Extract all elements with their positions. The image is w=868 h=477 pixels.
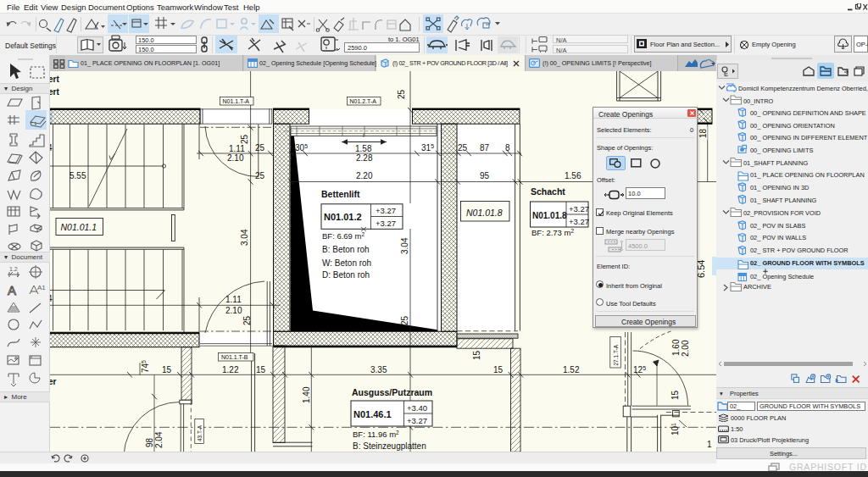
svg-text:2.10: 2.10 (227, 153, 244, 163)
svg-text:02_ GROUND FLOOR WITH SYMBOLS: 02_ GROUND FLOOR WITH SYMBOLS (750, 259, 865, 267)
svg-text:1.58: 1.58 (355, 144, 372, 153)
svg-text:2.20: 2.20 (356, 171, 373, 180)
svg-text:4: 4 (50, 143, 53, 153)
svg-text:A: A (8, 283, 16, 297)
svg-text:01_ SHAFT PLANNING: 01_ SHAFT PLANNING (750, 197, 817, 204)
svg-text:N01.1.T-A: N01.1.T-A (223, 98, 250, 104)
svg-text:ert: ert (50, 75, 59, 84)
svg-text:25: 25 (255, 143, 265, 153)
svg-text:25: 25 (242, 315, 252, 325)
svg-text:ert: ert (50, 87, 59, 97)
svg-text:BF: 6.69 m2: BF: 6.69 m2 (322, 231, 364, 241)
svg-text:N01.2.T-A: N01.2.T-A (350, 98, 377, 104)
svg-text:1.40: 1.40 (302, 386, 311, 403)
svg-text:02_PROVISION FOR VOID: 02_PROVISION FOR VOID (743, 209, 821, 217)
svg-text:5.55: 5.55 (70, 171, 86, 180)
svg-text:3.35: 3.35 (370, 365, 387, 374)
svg-text:BF: 2.73 m2: BF: 2.73 m2 (531, 228, 574, 237)
svg-text:1.52: 1.52 (563, 365, 580, 374)
svg-text:+3.27: +3.27 (569, 217, 589, 226)
svg-text:27.1.T-A: 27.1.T-A (613, 344, 619, 365)
svg-text:02_ STR + POV GROUND FLOOR: 02_ STR + POV GROUND FLOOR (750, 247, 849, 254)
svg-text:A1: A1 (37, 284, 46, 291)
svg-text:ARCHIVE: ARCHIVE (743, 283, 771, 291)
svg-text:N01.01.8: N01.01.8 (532, 211, 567, 220)
svg-text:W: Beton roh: W: Beton roh (322, 258, 371, 268)
svg-text:3.04: 3.04 (240, 229, 249, 246)
svg-text:B: Steinzeugplatten: B: Steinzeugplatten (353, 441, 426, 451)
svg-text:1.22: 1.22 (222, 365, 239, 374)
svg-text:1.60: 1.60 (671, 339, 681, 356)
svg-text:D: Beton roh: D: Beton roh (322, 270, 370, 280)
svg-text:02_ Opening Schedule: 02_ Opening Schedule (750, 273, 814, 280)
svg-text:98: 98 (145, 437, 154, 447)
svg-text:4: 4 (50, 294, 53, 303)
svg-text:Schacht: Schacht (531, 186, 565, 197)
svg-text:er: er (50, 377, 57, 386)
svg-text:+3.27: +3.27 (407, 416, 427, 425)
svg-text:2.10: 2.10 (225, 306, 242, 315)
svg-text:745: 745 (141, 360, 150, 373)
svg-text:15: 15 (493, 365, 504, 374)
svg-text:2.28: 2.28 (356, 153, 373, 163)
svg-text:N01.46.1: N01.46.1 (353, 409, 392, 419)
svg-text:Ausguss/Putzraum: Ausguss/Putzraum (352, 387, 432, 397)
svg-text:N01.1.T-B: N01.1.T-B (221, 354, 248, 360)
svg-text:1: 1 (707, 440, 712, 449)
svg-text:B: Beton roh: B: Beton roh (322, 245, 370, 254)
svg-text:Domicil Kompetenzzentrum Demen: Domicil Kompetenzzentrum Demenz Oberried… (738, 85, 868, 92)
svg-text:3.04: 3.04 (400, 237, 409, 254)
svg-text:43.T-A: 43.T-A (197, 424, 203, 441)
svg-text:8: 8 (505, 143, 510, 153)
svg-text:Bettenlift: Bettenlift (321, 189, 360, 199)
svg-text:+3.40: +3.40 (407, 403, 427, 413)
svg-text:1.11: 1.11 (229, 144, 245, 153)
svg-text:15: 15 (472, 350, 481, 360)
svg-text:15: 15 (256, 365, 266, 374)
svg-text:+3.27: +3.27 (376, 219, 396, 228)
svg-text:25: 25 (397, 89, 406, 99)
svg-text:00_ OPENING LIMITS: 00_ OPENING LIMITS (750, 147, 813, 154)
svg-text:87: 87 (480, 143, 490, 153)
svg-text:00_ OPENING IN DIFFERENT ELEME: 00_ OPENING IN DIFFERENT ELEMENT TYPES (750, 134, 868, 141)
svg-text:25: 25 (400, 315, 409, 325)
svg-text:15: 15 (162, 365, 172, 374)
svg-text:BF: 11.96 m2: BF: 11.96 m2 (353, 430, 399, 439)
svg-text:00_INTRO: 00_INTRO (743, 97, 774, 105)
svg-text:25: 25 (255, 171, 265, 180)
svg-text:95: 95 (480, 171, 490, 180)
svg-text:01_ OPENING IN 3D: 01_ OPENING IN 3D (750, 184, 809, 191)
svg-text:1.56: 1.56 (565, 171, 581, 180)
svg-text:1.11: 1.11 (225, 295, 242, 304)
svg-text:00_ OPENING DEFINITION AND SHA: 00_ OPENING DEFINITION AND SHAPE (750, 109, 866, 117)
svg-text:+3.27: +3.27 (376, 206, 396, 215)
svg-text:1.2: 1.2 (9, 266, 18, 272)
svg-text:N01.01.1: N01.01.1 (61, 222, 97, 232)
svg-text:125: 125 (633, 365, 646, 374)
svg-text:25: 25 (458, 143, 468, 153)
svg-text:18: 18 (698, 128, 708, 138)
svg-text:2.04: 2.04 (154, 431, 164, 448)
svg-text:2.00: 2.00 (681, 340, 690, 357)
svg-text:N01.01.8: N01.01.8 (466, 208, 503, 218)
svg-text:00_ OPENING ORIENTATION: 00_ OPENING ORIENTATION (750, 122, 835, 130)
svg-text:101: 101 (670, 423, 680, 435)
svg-text:25: 25 (240, 134, 249, 144)
svg-text:N01.01.2: N01.01.2 (324, 212, 362, 222)
svg-text:+3.27: +3.27 (569, 204, 589, 214)
svg-text:02_ POV IN WALLS: 02_ POV IN WALLS (750, 234, 806, 241)
svg-text:01_SHAFT PLANNING: 01_SHAFT PLANNING (743, 159, 809, 167)
svg-text:02_ POV IN SLABS: 02_ POV IN SLABS (750, 222, 805, 230)
svg-text:01_ PLACE OPENING ON FLOORPLAN: 01_ PLACE OPENING ON FLOORPLAN (750, 171, 865, 179)
svg-text:15: 15 (670, 390, 680, 400)
